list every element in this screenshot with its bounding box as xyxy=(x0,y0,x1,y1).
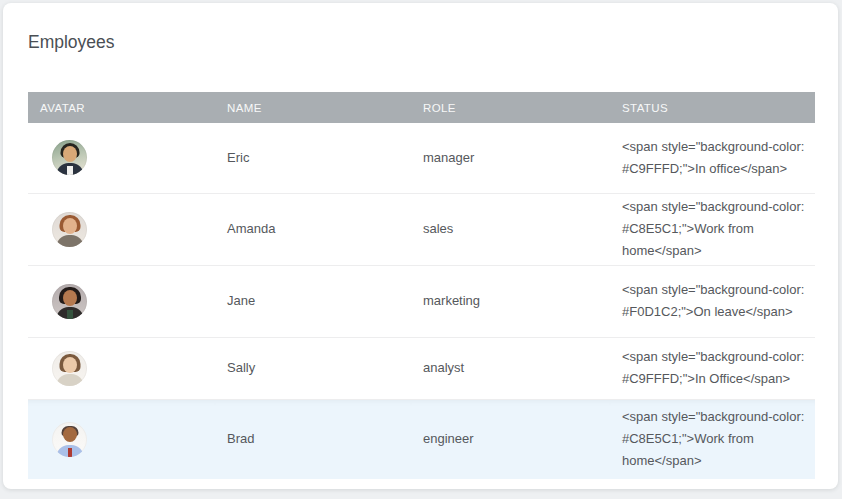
column-header-role: ROLE xyxy=(411,92,610,123)
avatar-face-shape xyxy=(63,146,77,162)
avatar-cell xyxy=(28,265,215,337)
avatar-shirt-shape xyxy=(67,310,73,319)
employee-avatar xyxy=(52,212,87,247)
avatar-face-shape xyxy=(63,427,77,442)
employee-role: engineer xyxy=(411,399,610,479)
employee-name: Jane xyxy=(215,265,411,337)
avatar-face-shape xyxy=(63,218,77,234)
table-row[interactable]: Brad engineer <span style="background-co… xyxy=(28,399,815,479)
employee-avatar xyxy=(52,422,87,457)
employee-avatar xyxy=(52,284,87,319)
employees-table: AVATAR NAME ROLE STATUS Eric manager <sp… xyxy=(28,92,815,479)
table-row[interactable]: Sally analyst <span style="background-co… xyxy=(28,337,815,399)
employee-status: <span style="background-color: #C9FFFD;"… xyxy=(610,337,815,399)
table-row[interactable]: Amanda sales <span style="background-col… xyxy=(28,193,815,265)
employee-status: <span style="background-color: #C9FFFD;"… xyxy=(610,123,815,193)
employee-role: manager xyxy=(411,123,610,193)
column-header-status: STATUS xyxy=(610,92,815,123)
table-header-row: AVATAR NAME ROLE STATUS xyxy=(28,92,815,123)
employees-card: Employees AVATAR NAME ROLE STATUS Eric m… xyxy=(3,3,838,489)
employee-role: sales xyxy=(411,193,610,265)
table-row[interactable]: Eric manager <span style="background-col… xyxy=(28,123,815,193)
employee-role: analyst xyxy=(411,337,610,399)
column-header-avatar: AVATAR xyxy=(28,92,215,123)
avatar-cell xyxy=(28,123,215,193)
employee-name: Brad xyxy=(215,399,411,479)
employee-role: marketing xyxy=(411,265,610,337)
employee-status: <span style="background-color: #F0D1C2;"… xyxy=(610,265,815,337)
employee-avatar xyxy=(52,140,87,175)
avatar-shirt-shape xyxy=(67,238,73,247)
employee-name: Sally xyxy=(215,337,411,399)
avatar-face-shape xyxy=(63,290,77,306)
column-header-name: NAME xyxy=(215,92,411,123)
table-row[interactable]: Jane marketing <span style="background-c… xyxy=(28,265,815,337)
employee-avatar xyxy=(52,351,87,386)
employee-name: Amanda xyxy=(215,193,411,265)
avatar-shirt-shape xyxy=(68,448,72,457)
avatar-cell xyxy=(28,337,215,399)
avatar-cell xyxy=(28,399,215,479)
employee-status: <span style="background-color: #C8E5C1;"… xyxy=(610,193,815,265)
avatar-shirt-shape xyxy=(67,377,73,386)
employee-name: Eric xyxy=(215,123,411,193)
avatar-face-shape xyxy=(63,357,77,373)
avatar-cell xyxy=(28,193,215,265)
page-title: Employees xyxy=(28,31,838,53)
avatar-shirt-shape xyxy=(67,166,73,175)
table-body: Eric manager <span style="background-col… xyxy=(28,123,815,479)
table-header: AVATAR NAME ROLE STATUS xyxy=(28,92,815,123)
employee-status: <span style="background-color: #C8E5C1;"… xyxy=(610,399,815,479)
